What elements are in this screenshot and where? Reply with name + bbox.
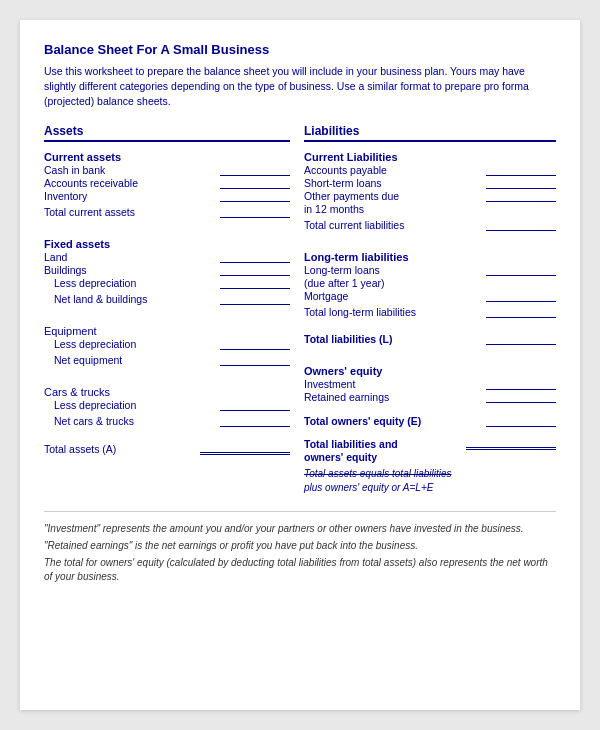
label-investment: Investment: [304, 378, 482, 390]
label-less-dep-cars: Less depreciation: [44, 399, 216, 411]
label-cash-in-bank: Cash in bank: [44, 164, 216, 176]
section-current-assets: Current assets: [44, 151, 290, 163]
line-total-current-assets: Total current assets: [44, 206, 290, 218]
total-liab-equity-block: Total liabilities and owners' equity Tot…: [304, 438, 556, 495]
input-net-equipment: [220, 365, 290, 366]
input-total-current-liabilities: [486, 230, 556, 231]
line-total-owners-equity: Total owners' equity (E): [304, 415, 556, 427]
section-equipment: Equipment: [44, 325, 290, 337]
input-longterm-loans: [486, 275, 556, 276]
line-total-assets: Total assets (A): [44, 443, 290, 455]
line-net-land-buildings: Net land & buildings: [44, 293, 290, 305]
line-retained-earnings: Retained earnings: [304, 391, 556, 403]
input-total-liab-equity: [466, 447, 556, 450]
label-less-dep-buildings: Less depreciation: [44, 277, 216, 289]
line-other-payments: Other payments due: [304, 190, 556, 202]
intro-text: Use this worksheet to prepare the balanc…: [44, 64, 556, 110]
line-accounts-receivable: Accounts receivable: [44, 177, 290, 189]
label-accounts-receivable: Accounts receivable: [44, 177, 216, 189]
balance-sheet-page: Balance Sheet For A Small Business Use t…: [20, 20, 580, 710]
input-inventory: [220, 201, 290, 202]
section-longterm-liabilities: Long-term liabilities: [304, 251, 556, 263]
input-total-assets: [200, 452, 290, 455]
input-short-term-loans: [486, 188, 556, 189]
input-net-land-buildings: [220, 304, 290, 305]
label-due-after: (due after 1 year): [304, 277, 556, 289]
label-inventory: Inventory: [44, 190, 216, 202]
line-longterm-loans: Long-term loans: [304, 264, 556, 276]
line-buildings: Buildings: [44, 264, 290, 276]
section-cars-trucks: Cars & trucks: [44, 386, 290, 398]
assets-header: Assets: [44, 124, 290, 142]
input-accounts-payable: [486, 175, 556, 176]
input-less-dep-equipment: [220, 349, 290, 350]
liabilities-column: Liabilities Current Liabilities Accounts…: [300, 124, 556, 495]
label-net-equipment: Net equipment: [44, 354, 216, 366]
line-in-12-months: in 12 months: [304, 203, 556, 215]
label-total-liab-equity-2: owners' equity: [304, 451, 556, 463]
liabilities-header: Liabilities: [304, 124, 556, 142]
line-less-dep-buildings: Less depreciation: [44, 277, 290, 289]
section-fixed-assets: Fixed assets: [44, 238, 290, 250]
line-cash-in-bank: Cash in bank: [44, 164, 290, 176]
note-formula: plus owners' equity or A=L+E: [304, 481, 556, 495]
label-total-liabilities: Total liabilities (L): [304, 333, 482, 345]
label-net-cars: Net cars & trucks: [44, 415, 216, 427]
label-total-owners-equity: Total owners' equity (E): [304, 415, 482, 427]
input-retained-earnings: [486, 402, 556, 403]
label-retained-earnings: Retained earnings: [304, 391, 482, 403]
line-mortgage: Mortgage: [304, 290, 556, 302]
label-total-current-assets: Total current assets: [44, 206, 216, 218]
line-less-dep-equipment: Less depreciation: [44, 338, 290, 350]
label-net-land-buildings: Net land & buildings: [44, 293, 216, 305]
label-buildings: Buildings: [44, 264, 216, 276]
input-total-longterm-liabilities: [486, 317, 556, 318]
label-short-term-loans: Short-term loans: [304, 177, 482, 189]
line-less-dep-cars: Less depreciation: [44, 399, 290, 411]
input-cash-in-bank: [220, 175, 290, 176]
label-mortgage: Mortgage: [304, 290, 482, 302]
line-total-current-liabilities: Total current liabilities: [304, 219, 556, 231]
footnote-2: "Retained earnings" is the net earnings …: [44, 539, 556, 553]
line-net-equipment: Net equipment: [44, 354, 290, 366]
footnote-3: The total for owners' equity (calculated…: [44, 556, 556, 584]
input-accounts-receivable: [220, 188, 290, 189]
main-columns: Assets Current assets Cash in bank Accou…: [44, 124, 556, 495]
label-less-dep-equipment: Less depreciation: [44, 338, 216, 350]
line-inventory: Inventory: [44, 190, 290, 202]
line-total-longterm-liabilities: Total long-term liabilities: [304, 306, 556, 318]
input-mortgage: [486, 301, 556, 302]
line-investment: Investment: [304, 378, 556, 390]
input-total-current-assets: [220, 217, 290, 218]
line-net-cars: Net cars & trucks: [44, 415, 290, 427]
input-land: [220, 262, 290, 263]
line-short-term-loans: Short-term loans: [304, 177, 556, 189]
label-total-longterm-liabilities: Total long-term liabilities: [304, 306, 482, 318]
line-total-liab-equity-2: owners' equity: [304, 451, 556, 463]
input-buildings: [220, 275, 290, 276]
label-total-liab-equity-1: Total liabilities and: [304, 438, 462, 450]
label-land: Land: [44, 251, 216, 263]
section-current-liabilities: Current Liabilities: [304, 151, 556, 163]
input-less-dep-buildings: [220, 288, 290, 289]
section-owners-equity: Owners' equity: [304, 365, 556, 377]
line-total-liabilities: Total liabilities (L): [304, 333, 556, 345]
input-total-owners-equity: [486, 426, 556, 427]
label-other-payments: Other payments due: [304, 190, 482, 202]
note-equals: Total assets equals total liabilities: [304, 467, 556, 481]
line-due-after: (due after 1 year): [304, 277, 556, 289]
footnotes-section: "Investment" represents the amount you a…: [44, 511, 556, 584]
line-total-liab-equity-1: Total liabilities and: [304, 438, 556, 450]
input-other-payments: [486, 201, 556, 202]
label-in-12-months: in 12 months: [304, 203, 556, 215]
label-total-assets: Total assets (A): [44, 443, 196, 455]
label-accounts-payable: Accounts payable: [304, 164, 482, 176]
footnote-1: "Investment" represents the amount you a…: [44, 522, 556, 536]
line-accounts-payable: Accounts payable: [304, 164, 556, 176]
assets-column: Assets Current assets Cash in bank Accou…: [44, 124, 300, 495]
input-net-cars: [220, 426, 290, 427]
input-total-liabilities: [486, 344, 556, 345]
input-less-dep-cars: [220, 410, 290, 411]
label-total-current-liabilities: Total current liabilities: [304, 219, 482, 231]
input-investment: [486, 389, 556, 390]
